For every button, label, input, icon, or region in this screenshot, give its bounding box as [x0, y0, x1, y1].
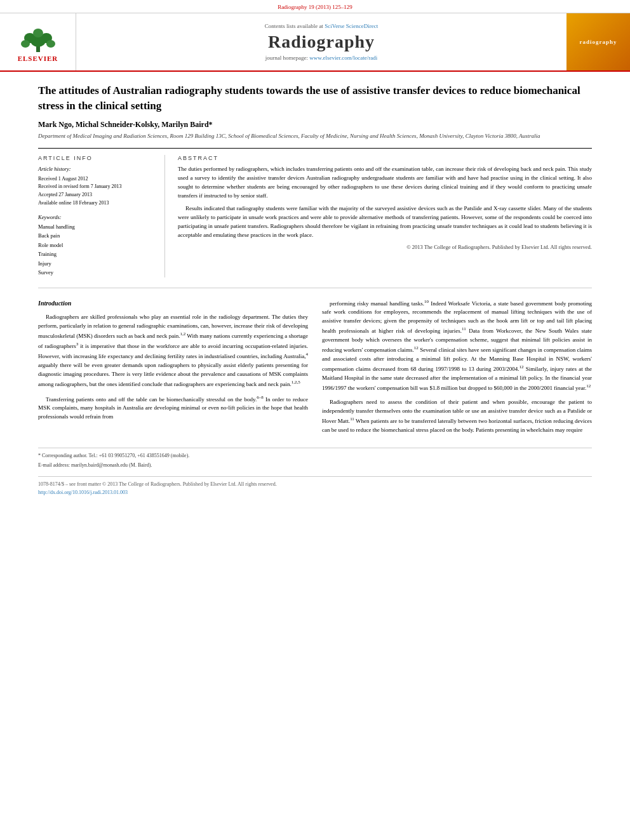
keyword-5: Injury: [38, 259, 156, 268]
elsevier-tree-icon: [16, 22, 60, 53]
copyright: © 2013 The College of Radiographers. Pub…: [178, 244, 592, 250]
body-para-2: Radiographers need to assess the conditi…: [322, 398, 592, 435]
sciverse-link[interactable]: SciVerse ScienceDirect: [325, 23, 378, 29]
journal-citation: Radiography 19 (2013) 125–129: [0, 0, 630, 13]
bottom-bar: 1078-8174/$ – see front matter © 2013 Th…: [38, 476, 592, 497]
keyword-6: Survey: [38, 268, 156, 277]
intro-para-2: Transferring patients onto and off the t…: [38, 394, 308, 422]
accepted-date: Accepted 27 January 2013: [38, 191, 156, 199]
body-col-left: Introduction Radiographers are skilled p…: [38, 298, 308, 440]
revised-date: Received in revised form 7 January 2013: [38, 183, 156, 191]
sciverse-line: Contents lists available at SciVerse Sci…: [265, 23, 379, 29]
journal-badge: radiography: [579, 39, 617, 45]
doi-link[interactable]: http://dx.doi.org/10.1016/j.radi.2013.01…: [38, 490, 128, 495]
svg-point-4: [21, 40, 30, 48]
journal-badge-area: radiography: [566, 13, 630, 70]
doi-line[interactable]: http://dx.doi.org/10.1016/j.radi.2013.01…: [38, 489, 592, 497]
article-history-block: Article history: Received 1 August 2012 …: [38, 165, 156, 208]
sciverse-prefix: Contents lists available at: [265, 23, 325, 29]
homepage-link[interactable]: www.elsevier.com/locate/radi: [309, 55, 377, 61]
keywords-list: Manual handling Back pain Role model Tra…: [38, 222, 156, 277]
elsevier-label: ELSEVIER: [18, 55, 58, 62]
main-content: The attitudes of Australian radiography …: [0, 72, 630, 509]
footnote-email: E-mail address: marilyn.baird@monash.edu…: [38, 462, 592, 470]
homepage-prefix: journal homepage:: [265, 55, 309, 61]
svg-point-6: [33, 29, 43, 37]
article-info-abstract: ARTICLE INFO Article history: Received 1…: [38, 148, 592, 277]
body-col-right: performing risky manual handling tasks.1…: [322, 298, 592, 440]
abstract-text: The duties performed by radiographers, w…: [178, 165, 592, 240]
affiliation: Department of Medical Imaging and Radiat…: [38, 132, 592, 141]
section-divider: [38, 288, 592, 288]
article-info-label: ARTICLE INFO: [38, 155, 156, 161]
keywords-section: Keywords: Manual handling Back pain Role…: [38, 214, 156, 277]
article-history-label: Article history:: [38, 165, 156, 174]
article-info-col: ARTICLE INFO Article history: Received 1…: [38, 155, 165, 277]
introduction-heading: Introduction: [38, 298, 308, 309]
footnote-star: * Corresponding author. Tel.: +61 03 990…: [38, 452, 592, 460]
abstract-col: ABSTRACT The duties performed by radiogr…: [178, 155, 592, 277]
journal-title: Radiography: [268, 32, 375, 52]
keyword-1: Manual handling: [38, 222, 156, 231]
journal-header: ELSEVIER Contents lists available at Sci…: [0, 13, 630, 72]
keyword-2: Back pain: [38, 231, 156, 240]
issn-line: 1078-8174/$ – see front matter © 2013 Th…: [38, 481, 592, 489]
body-text: Introduction Radiographers are skilled p…: [38, 298, 592, 440]
abstract-para-1: The duties performed by radiographers, w…: [178, 165, 592, 201]
svg-point-5: [46, 40, 55, 48]
footnotes: * Corresponding author. Tel.: +61 03 990…: [38, 448, 592, 470]
keyword-4: Training: [38, 250, 156, 258]
elsevier-logo-area: ELSEVIER: [0, 13, 76, 70]
abstract-label: ABSTRACT: [178, 155, 592, 161]
keywords-label: Keywords:: [38, 214, 156, 220]
authors: Mark Ngo, Michal Schneider-Kolsky, Maril…: [38, 120, 592, 130]
journal-homepage: journal homepage: www.elsevier.com/locat…: [265, 55, 377, 61]
intro-para-1: Radiographers are skilled professionals …: [38, 313, 308, 389]
journal-center: Contents lists available at SciVerse Sci…: [76, 13, 566, 70]
article-title: The attitudes of Australian radiography …: [38, 83, 592, 114]
body-para-1: performing risky manual handling tasks.1…: [322, 298, 592, 393]
abstract-para-2: Results indicated that radiography stude…: [178, 204, 592, 240]
available-date: Available online 18 February 2013: [38, 199, 156, 208]
received-date: Received 1 August 2012: [38, 175, 156, 183]
keyword-3: Role model: [38, 241, 156, 250]
